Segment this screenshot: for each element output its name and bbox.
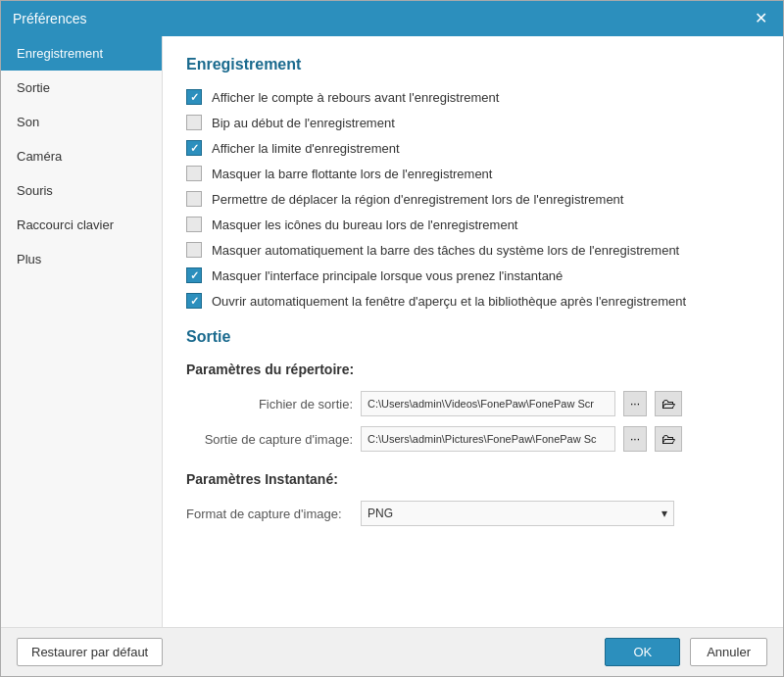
checkbox-label-6[interactable]: Masquer les icônes du bureau lors de l'e… [212, 218, 517, 232]
checkbox-3[interactable] [186, 140, 202, 156]
parametres-repertoire-title: Paramètres du répertoire: [186, 362, 760, 377]
dialog-body: Enregistrement Sortie Son Caméra Souris … [1, 36, 783, 627]
format-row: Format de capture d'image: PNG ▾ [186, 501, 760, 526]
checkbox-8[interactable] [186, 267, 202, 283]
preferences-dialog: Préférences ✕ Enregistrement Sortie Son … [0, 0, 784, 677]
checkbox-7[interactable] [186, 242, 202, 258]
fichier-value: C:\Users\admin\Videos\FonePaw\FonePaw Sc… [368, 398, 594, 410]
checkbox-label-3[interactable]: Afficher la limite d'enregistrement [212, 141, 400, 156]
restore-default-button[interactable]: Restaurer par défaut [17, 638, 163, 666]
checkbox-label-4[interactable]: Masquer la barre flottante lors de l'enr… [212, 167, 492, 181]
title-bar: Préférences ✕ [1, 1, 783, 36]
sidebar-item-souris[interactable]: Souris [1, 173, 162, 208]
checkbox-label-8[interactable]: Masquer l'interface principale lorsque v… [212, 268, 563, 283]
ok-button[interactable]: OK [605, 638, 680, 666]
capture-dots-button[interactable]: ··· [623, 426, 647, 452]
sortie-title: Sortie [186, 328, 760, 346]
capture-row: Sortie de capture d'image: C:\Users\admi… [186, 426, 760, 452]
format-value: PNG [368, 507, 393, 520]
dialog-title: Préférences [13, 11, 86, 26]
checkbox-label-1[interactable]: Afficher le compte à rebours avant l'enr… [212, 90, 499, 105]
checkbox-label-5[interactable]: Permettre de déplacer la région d'enregi… [212, 192, 623, 207]
fichier-folder-button[interactable]: 🗁 [655, 391, 682, 416]
capture-folder-button[interactable]: 🗁 [655, 426, 682, 452]
checkbox-1[interactable] [186, 89, 202, 105]
format-select[interactable]: PNG ▾ [361, 501, 674, 526]
capture-input[interactable]: C:\Users\admin\Pictures\FonePaw\FonePaw … [361, 426, 615, 452]
folder-icon: 🗁 [662, 396, 675, 411]
checkbox-row-4: Masquer la barre flottante lors de l'enr… [186, 166, 760, 181]
capture-label: Sortie de capture d'image: [186, 432, 353, 447]
sidebar-item-enregistrement[interactable]: Enregistrement [1, 36, 162, 71]
footer-right-buttons: OK Annuler [605, 638, 767, 666]
checkbox-4[interactable] [186, 166, 202, 181]
checkbox-row-1: Afficher le compte à rebours avant l'enr… [186, 89, 760, 105]
sidebar-item-sortie[interactable]: Sortie [1, 71, 162, 105]
format-label: Format de capture d'image: [186, 507, 353, 521]
fichier-input[interactable]: C:\Users\admin\Videos\FonePaw\FonePaw Sc… [361, 391, 615, 416]
checkbox-label-7[interactable]: Masquer automatiquement la barre des tâc… [212, 243, 679, 258]
parametres-instantane-title: Paramètres Instantané: [186, 471, 760, 487]
folder-icon-2: 🗁 [662, 431, 675, 447]
main-content: Enregistrement Afficher le compte à rebo… [163, 36, 783, 627]
checkbox-row-5: Permettre de déplacer la région d'enregi… [186, 191, 760, 207]
fichier-label: Fichier de sortie: [186, 397, 353, 411]
checkbox-2[interactable] [186, 115, 202, 130]
sidebar-item-plus[interactable]: Plus [1, 242, 162, 276]
fichier-row: Fichier de sortie: C:\Users\admin\Videos… [186, 391, 760, 416]
checkbox-row-7: Masquer automatiquement la barre des tâc… [186, 242, 760, 258]
sidebar-item-raccourci[interactable]: Raccourci clavier [1, 208, 162, 242]
fichier-dots-button[interactable]: ··· [623, 391, 647, 416]
chevron-down-icon: ▾ [662, 507, 667, 520]
sidebar: Enregistrement Sortie Son Caméra Souris … [1, 36, 163, 627]
checkbox-5[interactable] [186, 191, 202, 207]
enregistrement-title: Enregistrement [186, 56, 760, 73]
checkbox-label-9[interactable]: Ouvrir automatiquement la fenêtre d'aper… [212, 294, 686, 309]
dialog-footer: Restaurer par défaut OK Annuler [1, 627, 783, 676]
checkbox-6[interactable] [186, 217, 202, 232]
checkbox-row-3: Afficher la limite d'enregistrement [186, 140, 760, 156]
checkbox-label-2[interactable]: Bip au début de l'enregistrement [212, 116, 395, 130]
sidebar-item-camera[interactable]: Caméra [1, 139, 162, 173]
checkbox-row-8: Masquer l'interface principale lorsque v… [186, 267, 760, 283]
checkbox-row-9: Ouvrir automatiquement la fenêtre d'aper… [186, 293, 760, 309]
cancel-button[interactable]: Annuler [690, 638, 767, 666]
capture-value: C:\Users\admin\Pictures\FonePaw\FonePaw … [368, 433, 597, 445]
checkbox-row-2: Bip au début de l'enregistrement [186, 115, 760, 130]
checkbox-row-6: Masquer les icônes du bureau lors de l'e… [186, 217, 760, 232]
checkbox-9[interactable] [186, 293, 202, 309]
close-button[interactable]: ✕ [751, 9, 771, 28]
sidebar-item-son[interactable]: Son [1, 105, 162, 139]
